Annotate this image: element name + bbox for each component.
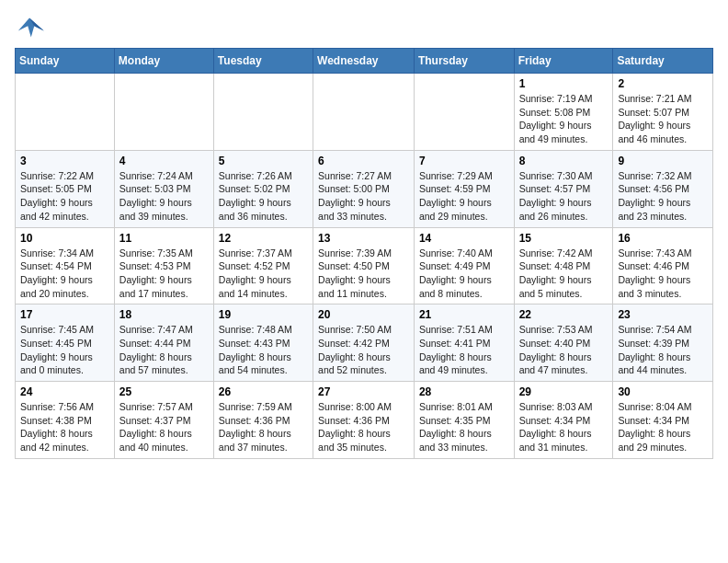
calendar-week-row: 10Sunrise: 7:34 AMSunset: 4:54 PMDayligh… [16, 227, 713, 304]
calendar-day-cell [414, 74, 514, 151]
calendar-day-cell: 7Sunrise: 7:29 AMSunset: 4:59 PMDaylight… [414, 150, 514, 227]
day-info: Sunrise: 8:04 AMSunset: 4:34 PMDaylight:… [618, 400, 708, 454]
calendar-week-row: 24Sunrise: 7:56 AMSunset: 4:38 PMDayligh… [16, 382, 713, 459]
calendar-day-cell: 26Sunrise: 7:59 AMSunset: 4:36 PMDayligh… [213, 382, 313, 459]
weekday-header-cell: Wednesday [313, 49, 415, 74]
weekday-header-cell: Saturday [613, 49, 713, 74]
day-info: Sunrise: 7:40 AMSunset: 4:49 PMDaylight:… [419, 247, 509, 301]
calendar-day-cell: 13Sunrise: 7:39 AMSunset: 4:50 PMDayligh… [313, 227, 415, 304]
calendar-day-cell: 6Sunrise: 7:27 AMSunset: 5:00 PMDaylight… [313, 150, 415, 227]
day-info: Sunrise: 7:19 AMSunset: 5:08 PMDaylight:… [519, 92, 609, 146]
day-number: 18 [119, 308, 209, 321]
day-info: Sunrise: 7:22 AMSunset: 5:05 PMDaylight:… [20, 169, 109, 224]
calendar-day-cell: 23Sunrise: 7:54 AMSunset: 4:39 PMDayligh… [613, 304, 713, 382]
day-info: Sunrise: 7:24 AMSunset: 5:03 PMDaylight:… [119, 169, 209, 224]
day-info: Sunrise: 7:27 AMSunset: 5:00 PMDaylight:… [318, 169, 409, 224]
calendar-day-cell [16, 74, 115, 151]
day-info: Sunrise: 8:00 AMSunset: 4:36 PMDaylight:… [318, 400, 409, 454]
day-number: 28 [419, 385, 509, 398]
calendar-day-cell: 30Sunrise: 8:04 AMSunset: 4:34 PMDayligh… [613, 382, 713, 459]
calendar-day-cell: 10Sunrise: 7:34 AMSunset: 4:54 PMDayligh… [16, 227, 115, 304]
day-number: 21 [419, 308, 509, 321]
day-number: 6 [318, 155, 409, 167]
calendar-week-row: 17Sunrise: 7:45 AMSunset: 4:45 PMDayligh… [16, 304, 713, 382]
calendar-day-cell: 25Sunrise: 7:57 AMSunset: 4:37 PMDayligh… [114, 382, 213, 459]
weekday-header-row: SundayMondayTuesdayWednesdayThursdayFrid… [16, 49, 713, 74]
day-info: Sunrise: 7:26 AMSunset: 5:02 PMDaylight:… [219, 169, 308, 224]
calendar-day-cell: 1Sunrise: 7:19 AMSunset: 5:08 PMDaylight… [514, 74, 613, 151]
day-number: 23 [618, 308, 708, 321]
day-info: Sunrise: 7:51 AMSunset: 4:41 PMDaylight:… [419, 323, 509, 377]
calendar-day-cell: 8Sunrise: 7:30 AMSunset: 4:57 PMDaylight… [514, 150, 613, 227]
day-number: 15 [519, 232, 609, 245]
logo-icon [15, 15, 44, 40]
calendar-table: SundayMondayTuesdayWednesdayThursdayFrid… [15, 48, 713, 459]
calendar-day-cell: 29Sunrise: 8:03 AMSunset: 4:34 PMDayligh… [514, 382, 613, 459]
calendar-day-cell: 24Sunrise: 7:56 AMSunset: 4:38 PMDayligh… [16, 382, 115, 459]
calendar-day-cell: 11Sunrise: 7:35 AMSunset: 4:53 PMDayligh… [114, 227, 213, 304]
calendar-day-cell: 5Sunrise: 7:26 AMSunset: 5:02 PMDaylight… [213, 150, 313, 227]
day-number: 10 [20, 232, 109, 245]
weekday-header-cell: Tuesday [213, 49, 313, 74]
day-info: Sunrise: 7:29 AMSunset: 4:59 PMDaylight:… [419, 169, 509, 224]
day-number: 29 [519, 385, 609, 398]
day-info: Sunrise: 7:34 AMSunset: 4:54 PMDaylight:… [20, 247, 109, 301]
day-info: Sunrise: 7:56 AMSunset: 4:38 PMDaylight:… [20, 400, 109, 454]
day-info: Sunrise: 7:32 AMSunset: 4:56 PMDaylight:… [618, 169, 708, 224]
page-header [15, 15, 713, 40]
day-number: 7 [419, 155, 509, 167]
calendar-day-cell [313, 74, 415, 151]
calendar-day-cell: 19Sunrise: 7:48 AMSunset: 4:43 PMDayligh… [213, 304, 313, 382]
calendar-day-cell: 15Sunrise: 7:42 AMSunset: 4:48 PMDayligh… [514, 227, 613, 304]
weekday-header-cell: Sunday [16, 49, 115, 74]
calendar-day-cell [114, 74, 213, 151]
day-info: Sunrise: 8:03 AMSunset: 4:34 PMDaylight:… [519, 400, 609, 454]
weekday-header-cell: Thursday [414, 49, 514, 74]
calendar-day-cell: 17Sunrise: 7:45 AMSunset: 4:45 PMDayligh… [16, 304, 115, 382]
calendar-body: 1Sunrise: 7:19 AMSunset: 5:08 PMDaylight… [16, 74, 713, 459]
day-number: 22 [519, 308, 609, 321]
calendar-day-cell: 4Sunrise: 7:24 AMSunset: 5:03 PMDaylight… [114, 150, 213, 227]
calendar-day-cell: 3Sunrise: 7:22 AMSunset: 5:05 PMDaylight… [16, 150, 115, 227]
day-info: Sunrise: 7:43 AMSunset: 4:46 PMDaylight:… [618, 247, 708, 301]
calendar-week-row: 1Sunrise: 7:19 AMSunset: 5:08 PMDaylight… [16, 74, 713, 151]
day-info: Sunrise: 7:59 AMSunset: 4:36 PMDaylight:… [219, 400, 308, 454]
day-number: 27 [318, 385, 409, 398]
day-info: Sunrise: 7:57 AMSunset: 4:37 PMDaylight:… [119, 400, 209, 454]
calendar-day-cell: 16Sunrise: 7:43 AMSunset: 4:46 PMDayligh… [613, 227, 713, 304]
day-number: 24 [20, 385, 109, 398]
calendar-day-cell: 2Sunrise: 7:21 AMSunset: 5:07 PMDaylight… [613, 74, 713, 151]
day-info: Sunrise: 7:47 AMSunset: 4:44 PMDaylight:… [119, 323, 209, 377]
day-info: Sunrise: 8:01 AMSunset: 4:35 PMDaylight:… [419, 400, 509, 454]
calendar-day-cell: 14Sunrise: 7:40 AMSunset: 4:49 PMDayligh… [414, 227, 514, 304]
day-info: Sunrise: 7:35 AMSunset: 4:53 PMDaylight:… [119, 247, 209, 301]
day-number: 25 [119, 385, 209, 398]
day-number: 11 [119, 232, 209, 245]
calendar-day-cell: 22Sunrise: 7:53 AMSunset: 4:40 PMDayligh… [514, 304, 613, 382]
calendar-day-cell: 12Sunrise: 7:37 AMSunset: 4:52 PMDayligh… [213, 227, 313, 304]
calendar-day-cell: 27Sunrise: 8:00 AMSunset: 4:36 PMDayligh… [313, 382, 415, 459]
calendar-day-cell: 18Sunrise: 7:47 AMSunset: 4:44 PMDayligh… [114, 304, 213, 382]
weekday-header-cell: Monday [114, 49, 213, 74]
day-number: 30 [618, 385, 708, 398]
calendar-day-cell: 9Sunrise: 7:32 AMSunset: 4:56 PMDaylight… [613, 150, 713, 227]
day-info: Sunrise: 7:50 AMSunset: 4:42 PMDaylight:… [318, 323, 409, 377]
calendar-day-cell [213, 74, 313, 151]
calendar-day-cell: 21Sunrise: 7:51 AMSunset: 4:41 PMDayligh… [414, 304, 514, 382]
day-number: 3 [20, 155, 109, 167]
day-number: 9 [618, 155, 708, 167]
day-info: Sunrise: 7:45 AMSunset: 4:45 PMDaylight:… [20, 323, 109, 377]
day-number: 4 [119, 155, 209, 167]
day-info: Sunrise: 7:39 AMSunset: 4:50 PMDaylight:… [318, 247, 409, 301]
day-info: Sunrise: 7:53 AMSunset: 4:40 PMDaylight:… [519, 323, 609, 377]
day-info: Sunrise: 7:21 AMSunset: 5:07 PMDaylight:… [618, 92, 708, 146]
day-number: 26 [219, 385, 308, 398]
day-info: Sunrise: 7:30 AMSunset: 4:57 PMDaylight:… [519, 169, 609, 224]
day-number: 12 [219, 232, 308, 245]
day-number: 14 [419, 232, 509, 245]
weekday-header-cell: Friday [514, 49, 613, 74]
day-number: 2 [618, 77, 708, 90]
day-number: 20 [318, 308, 409, 321]
calendar-day-cell: 20Sunrise: 7:50 AMSunset: 4:42 PMDayligh… [313, 304, 415, 382]
day-info: Sunrise: 7:42 AMSunset: 4:48 PMDaylight:… [519, 247, 609, 301]
